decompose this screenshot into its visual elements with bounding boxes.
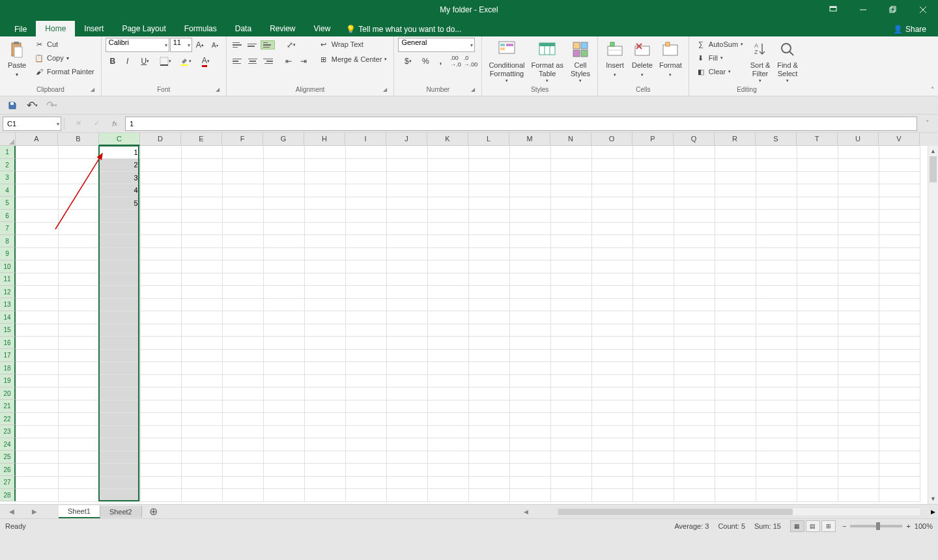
cell-K21[interactable]	[427, 400, 468, 413]
cell-F15[interactable]	[222, 324, 263, 337]
cell-J11[interactable]	[386, 273, 427, 286]
cell-I5[interactable]	[345, 197, 386, 210]
cell-G14[interactable]	[263, 311, 304, 324]
cell-M1[interactable]	[509, 146, 550, 159]
cell-M16[interactable]	[509, 337, 550, 350]
cell-O6[interactable]	[591, 210, 632, 223]
cell-G17[interactable]	[263, 349, 304, 362]
redo-button[interactable]: ↷ ▾	[44, 98, 59, 113]
cell-O23[interactable]	[591, 425, 632, 438]
column-header-F[interactable]: F	[222, 133, 263, 146]
row-header-17[interactable]: 17	[0, 349, 16, 362]
cell-C21[interactable]	[99, 400, 140, 413]
cell-S13[interactable]	[756, 298, 797, 311]
clear-button[interactable]: ◧Clear ▾	[693, 65, 746, 78]
cell-M13[interactable]	[509, 298, 550, 311]
cell-Q24[interactable]	[674, 438, 715, 451]
cell-J1[interactable]	[386, 146, 427, 159]
cell-U1[interactable]	[838, 146, 879, 159]
cell-J15[interactable]	[386, 324, 427, 337]
cell-N16[interactable]	[550, 337, 591, 350]
column-header-L[interactable]: L	[468, 133, 509, 146]
cell-U10[interactable]	[838, 260, 879, 273]
row-header-20[interactable]: 20	[0, 387, 16, 400]
cell-C4[interactable]: 4	[99, 184, 140, 197]
cell-A26[interactable]	[16, 464, 58, 477]
cell-G28[interactable]	[263, 489, 304, 502]
cell-G18[interactable]	[263, 362, 304, 375]
normal-view-button[interactable]: ▦	[790, 520, 804, 532]
cell-T10[interactable]	[797, 260, 838, 273]
cell-Q7[interactable]	[674, 222, 715, 235]
cell-C28[interactable]	[99, 489, 140, 502]
cell-I20[interactable]	[345, 387, 386, 400]
cell-K24[interactable]	[427, 438, 468, 451]
cell-P5[interactable]	[632, 197, 674, 210]
format-painter-button[interactable]: 🖌Format Painter	[31, 65, 97, 78]
cell-K19[interactable]	[427, 374, 468, 387]
cell-D11[interactable]	[140, 273, 181, 286]
cell-L21[interactable]	[468, 400, 509, 413]
cell-H27[interactable]	[304, 476, 345, 489]
cell-T21[interactable]	[797, 400, 838, 413]
cell-R15[interactable]	[715, 324, 756, 337]
column-header-N[interactable]: N	[550, 133, 591, 146]
cell-E23[interactable]	[181, 425, 222, 438]
cell-S7[interactable]	[756, 222, 797, 235]
cell-D27[interactable]	[140, 476, 181, 489]
cell-P2[interactable]	[632, 159, 674, 172]
cell-P28[interactable]	[632, 489, 674, 502]
decrease-font-icon[interactable]: A▾	[208, 38, 222, 52]
cell-V27[interactable]	[879, 476, 920, 489]
cell-C23[interactable]	[99, 425, 140, 438]
ribbon-options-icon[interactable]	[818, 0, 848, 20]
cell-Q26[interactable]	[674, 464, 715, 477]
cell-A20[interactable]	[16, 387, 58, 400]
row-header-26[interactable]: 26	[0, 464, 16, 477]
cell-E2[interactable]	[181, 159, 222, 172]
cell-I28[interactable]	[345, 489, 386, 502]
cell-L18[interactable]	[468, 362, 509, 375]
row-header-12[interactable]: 12	[0, 286, 16, 299]
cell-V17[interactable]	[879, 349, 920, 362]
cell-N13[interactable]	[550, 298, 591, 311]
cell-F20[interactable]	[222, 387, 263, 400]
cell-B12[interactable]	[58, 286, 99, 299]
cell-I27[interactable]	[345, 476, 386, 489]
zoom-slider[interactable]	[850, 525, 902, 527]
cell-U12[interactable]	[838, 286, 879, 299]
cell-V11[interactable]	[879, 273, 920, 286]
expand-formula-bar-button[interactable]: ˅	[920, 117, 935, 131]
decrease-decimal-button[interactable]: .0→.00	[463, 54, 477, 68]
cell-J21[interactable]	[386, 400, 427, 413]
cell-T7[interactable]	[797, 222, 838, 235]
cell-M9[interactable]	[509, 247, 550, 260]
cell-M8[interactable]	[509, 235, 550, 248]
cell-R13[interactable]	[715, 298, 756, 311]
insert-function-button[interactable]: fx	[107, 117, 122, 131]
cell-R25[interactable]	[715, 451, 756, 464]
minimize-button[interactable]	[848, 0, 878, 20]
cell-U14[interactable]	[838, 311, 879, 324]
cell-V8[interactable]	[879, 235, 920, 248]
number-format-select[interactable]: General▾	[398, 38, 475, 52]
cell-V23[interactable]	[879, 425, 920, 438]
select-all-button[interactable]	[0, 133, 16, 146]
cell-J22[interactable]	[386, 413, 427, 426]
cell-C17[interactable]	[99, 349, 140, 362]
cell-A6[interactable]	[16, 210, 58, 223]
cell-U26[interactable]	[838, 464, 879, 477]
cell-N27[interactable]	[550, 476, 591, 489]
cell-B3[interactable]	[58, 171, 99, 184]
cell-K9[interactable]	[427, 247, 468, 260]
cell-M27[interactable]	[509, 476, 550, 489]
cell-C9[interactable]	[99, 247, 140, 260]
cell-I17[interactable]	[345, 349, 386, 362]
cell-V6[interactable]	[879, 210, 920, 223]
fill-color-button[interactable]: ▾	[176, 54, 195, 68]
cell-K17[interactable]	[427, 349, 468, 362]
cell-M18[interactable]	[509, 362, 550, 375]
cell-C20[interactable]	[99, 387, 140, 400]
cell-B4[interactable]	[58, 184, 99, 197]
increase-font-icon[interactable]: A▴	[193, 38, 207, 52]
